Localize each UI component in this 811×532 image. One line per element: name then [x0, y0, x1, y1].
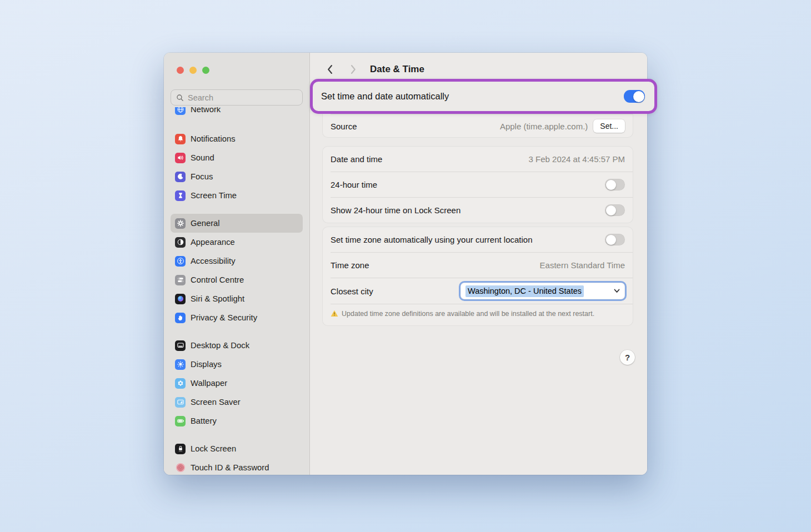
close-button[interactable] — [177, 67, 184, 74]
sound-icon — [175, 153, 186, 163]
gear-icon — [175, 218, 186, 229]
sidebar-item-label: Battery — [191, 416, 217, 425]
flower-icon — [175, 378, 186, 389]
lock-icon — [175, 444, 186, 454]
closest-city-combobox[interactable]: Washington, DC - United States — [460, 283, 625, 299]
24-hour-time-toggle[interactable] — [605, 179, 625, 190]
page-title: Date & Time — [370, 64, 424, 75]
notifications-icon — [175, 134, 186, 144]
chevron-down-icon — [614, 289, 620, 293]
system-settings-window: Search Network Notifications — [164, 53, 647, 475]
toggles-icon — [175, 275, 186, 285]
date-and-time-row: Date and time 3 Feb 2024 at 4:45:57 PM — [323, 147, 633, 172]
lock-screen-24h-toggle[interactable] — [605, 204, 625, 216]
lock-screen-24h-label: Show 24-hour time on Lock Screen — [331, 205, 460, 215]
sidebar-item-network[interactable]: Network — [171, 107, 303, 119]
desktop-background: Search Network Notifications — [0, 0, 811, 532]
settings-sidebar: Search Network Notifications — [164, 53, 310, 475]
source-row: Source Apple (time.apple.com.) Set... — [323, 114, 633, 138]
hourglass-icon — [175, 190, 186, 201]
sidebar-item-screen-saver[interactable]: Screen Saver — [171, 393, 303, 411]
back-button[interactable] — [327, 64, 333, 77]
help-button[interactable]: ? — [620, 350, 635, 365]
auto-time-zone-row: Set time zone automatically using your c… — [323, 227, 633, 252]
source-label: Source — [331, 122, 357, 131]
sidebar-item-label: Privacy & Security — [191, 313, 257, 322]
sidebar-item-label: General — [191, 219, 220, 228]
forward-button[interactable] — [350, 64, 357, 77]
auto-time-zone-label: Set time zone automatically using your c… — [331, 235, 533, 244]
toggle-knob — [633, 91, 644, 102]
sidebar-list: Network Notifications Sound — [171, 107, 303, 475]
fingerprint-icon — [175, 463, 186, 473]
sidebar-item-wallpaper[interactable]: Wallpaper — [171, 374, 303, 393]
sidebar-item-appearance[interactable]: Appearance — [171, 233, 303, 252]
sidebar-item-screen-time[interactable]: Screen Time — [171, 186, 303, 205]
sidebar-item-label: Accessibility — [191, 257, 236, 265]
search-input[interactable]: Search — [171, 89, 303, 106]
set-source-button[interactable]: Set... — [593, 119, 625, 133]
accessibility-icon — [175, 256, 186, 267]
24-hour-time-label: 24-hour time — [331, 180, 377, 189]
date-time-pane: Date & Time Source Apple (time.apple.com… — [310, 53, 647, 475]
warning-icon — [331, 310, 338, 317]
sidebar-item-control-centre[interactable]: Control Centre — [171, 270, 303, 289]
sidebar-clipped-row: Network — [171, 107, 303, 119]
sidebar-item-lock-screen[interactable]: Lock Screen — [171, 439, 303, 458]
sidebar-item-siri-spotlight[interactable]: Siri & Spotlight — [171, 289, 303, 308]
siri-icon — [175, 294, 186, 304]
desktop-dock-icon — [175, 340, 186, 351]
sidebar-item-focus[interactable]: Focus — [171, 167, 303, 186]
lock-screen-24h-row: Show 24-hour time on Lock Screen — [323, 198, 633, 223]
time-zone-value: Eastern Standard Time — [540, 260, 625, 270]
set-time-date-toggle[interactable] — [624, 90, 645, 103]
warning-text: Updated time zone definitions are availa… — [342, 309, 594, 319]
sidebar-item-label: Touch ID & Password — [191, 463, 269, 472]
minimize-button[interactable] — [189, 67, 197, 74]
sidebar-item-displays[interactable]: Displays — [171, 355, 303, 374]
sidebar-item-label: Network — [191, 107, 221, 114]
zoom-button[interactable] — [202, 67, 209, 74]
sidebar-group-gap — [171, 430, 303, 439]
date-and-time-label: Date and time — [331, 154, 382, 164]
screen-saver-icon — [175, 397, 186, 408]
time-zone-label: Time zone — [331, 260, 369, 270]
sidebar-item-label: Displays — [191, 360, 222, 369]
sidebar-item-privacy-security[interactable]: Privacy & Security — [171, 308, 303, 327]
sidebar-item-sound[interactable]: Sound — [171, 148, 303, 167]
sidebar-item-label: Wallpaper — [191, 379, 227, 388]
date-and-time-value: 3 Feb 2024 at 4:45:57 PM — [529, 154, 625, 164]
sidebar-item-label: Siri & Spotlight — [191, 294, 244, 303]
hand-icon — [175, 313, 186, 323]
sidebar-item-battery[interactable]: Battery — [171, 411, 303, 430]
sidebar-item-label: Control Centre — [191, 275, 244, 284]
network-icon — [175, 107, 186, 115]
annotation-highlight-box: Set time and date automatically — [310, 79, 657, 114]
closest-city-value: Washington, DC - United States — [465, 285, 584, 297]
sidebar-item-label: Lock Screen — [191, 444, 236, 453]
sidebar-item-general[interactable]: General — [171, 214, 303, 233]
sidebar-item-desktop-dock[interactable]: Desktop & Dock — [171, 336, 303, 355]
toggle-knob — [606, 235, 616, 245]
sidebar-item-label: Focus — [191, 172, 213, 181]
sidebar-item-touch-id[interactable]: Touch ID & Password — [171, 458, 303, 475]
closest-city-label: Closest city — [331, 287, 373, 296]
24-hour-time-row: 24-hour time — [323, 172, 633, 197]
sidebar-item-label: Notifications — [191, 134, 236, 143]
closest-city-row: Closest city Washington, DC - United Sta… — [323, 278, 633, 304]
sidebar-item-label: Desktop & Dock — [191, 341, 249, 350]
search-icon — [176, 94, 184, 102]
sidebar-item-notifications[interactable]: Notifications — [171, 129, 303, 148]
sidebar-group-gap — [171, 205, 303, 214]
time-zone-card: Set time zone automatically using your c… — [322, 227, 633, 326]
date-time-card: Date and time 3 Feb 2024 at 4:45:57 PM 2… — [322, 146, 633, 223]
auto-time-zone-toggle[interactable] — [605, 234, 625, 245]
sidebar-item-label: Sound — [191, 153, 214, 162]
traffic-lights — [177, 67, 209, 74]
sidebar-group-gap — [171, 327, 303, 336]
sidebar-item-label: Screen Time — [191, 191, 237, 200]
source-value: Apple (time.apple.com.) — [500, 122, 588, 131]
sidebar-item-accessibility[interactable]: Accessibility — [171, 252, 303, 270]
toggle-knob — [606, 205, 616, 215]
battery-icon — [175, 416, 186, 426]
